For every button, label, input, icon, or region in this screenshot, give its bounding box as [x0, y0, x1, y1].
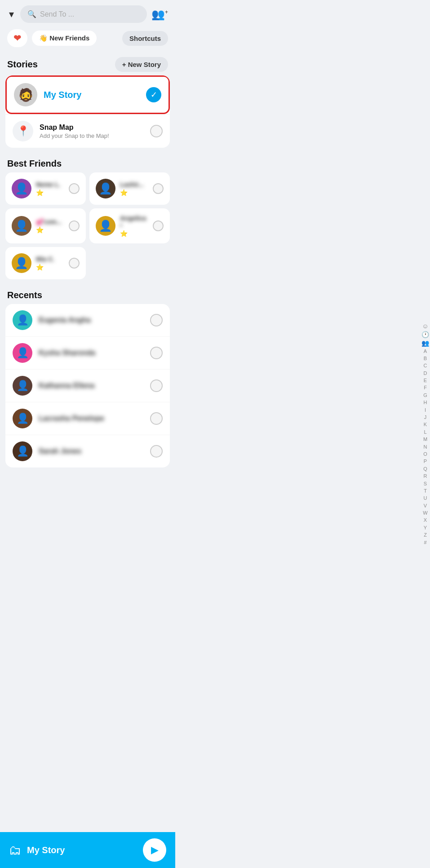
recent-name-4: Lacrasha Penelope: [39, 414, 150, 423]
friend-card-1[interactable]: 👤 Neme L. ⭐: [5, 172, 86, 205]
friend-name-5: Mia C.: [36, 256, 64, 263]
heart-pill-button[interactable]: ❤: [7, 29, 27, 47]
pills-row: ❤ 👋 New Friends Shortcuts: [0, 26, 175, 52]
friend-radio-5[interactable]: [69, 258, 80, 269]
snap-map-text: Snap Map Add your Snap to the Map!: [40, 123, 150, 139]
recent-radio-3[interactable]: [150, 379, 163, 392]
friend-info-4: Angelica • ⭐: [120, 215, 148, 237]
friend-radio-4[interactable]: [153, 220, 164, 231]
friend-emoji-1: ⭐: [36, 189, 64, 196]
recent-name-1: Eugenia Angha: [39, 316, 150, 324]
best-friends-grid: 👤 Neme L. ⭐ 👤 Lashir... ⭐ 👤 💕com... ⭐ 👤 …: [0, 172, 175, 279]
stories-card: 🧔 My Story ✓ 📍 Snap Map Add your Snap to…: [5, 75, 170, 148]
friend-card-5[interactable]: 👤 Mia C. ⭐: [5, 247, 86, 279]
snap-map-subtitle: Add your Snap to the Map!: [40, 132, 150, 139]
friend-card-2[interactable]: 👤 Lashir... ⭐: [89, 172, 170, 205]
recent-name-2: Kysha Sharonda: [39, 349, 150, 357]
snap-map-row[interactable]: 📍 Snap Map Add your Snap to the Map!: [5, 114, 170, 148]
my-story-avatar: 🧔: [14, 83, 37, 106]
friend-avatar-4: 👤: [96, 216, 115, 236]
stories-section-header: Stories + New Story: [0, 52, 175, 75]
recent-row-2[interactable]: 👤 Kysha Sharonda: [5, 337, 170, 370]
recents-section-header: Recents: [0, 285, 175, 304]
friend-name-4: Angelica •: [120, 215, 148, 229]
best-friends-section-header: Best Friends: [0, 153, 175, 172]
friend-card-4[interactable]: 👤 Angelica • ⭐: [89, 208, 170, 243]
recent-avatar-5: 👤: [13, 441, 32, 461]
best-friends-title: Best Friends: [7, 159, 62, 169]
shortcuts-label: Shortcuts: [129, 35, 161, 42]
recents-title: Recents: [7, 290, 42, 300]
search-icon: 🔍: [27, 10, 36, 18]
friend-avatar-2: 👤: [96, 179, 115, 198]
friend-emoji-4: ⭐: [120, 230, 148, 237]
snap-map-title: Snap Map: [40, 123, 150, 132]
recent-avatar-3: 👤: [13, 376, 32, 396]
friend-info-3: 💕com... ⭐: [36, 218, 64, 234]
recent-row-1[interactable]: 👤 Eugenia Angha: [5, 304, 170, 337]
recent-avatar-1: 👤: [13, 310, 32, 330]
snap-map-icon: 📍: [13, 121, 33, 141]
friend-avatar-3: 👤: [12, 216, 31, 236]
friend-card-3[interactable]: 👤 💕com... ⭐: [5, 208, 86, 243]
friend-name-1: Neme L.: [36, 181, 64, 188]
friend-avatar-1: 👤: [12, 179, 31, 198]
friend-name-2: Lashir...: [120, 181, 148, 188]
search-bar[interactable]: 🔍 Send To ...: [20, 5, 147, 23]
my-story-check: ✓: [146, 87, 161, 102]
heart-icon: ❤: [13, 33, 21, 44]
friend-name-3: 💕com...: [36, 218, 64, 225]
friend-radio-3[interactable]: [69, 220, 80, 231]
my-story-row[interactable]: 🧔 My Story ✓: [5, 75, 170, 114]
recents-card: 👤 Eugenia Angha 👤 Kysha Sharonda 👤 Katha…: [5, 304, 170, 467]
search-placeholder: Send To ...: [40, 10, 74, 18]
recent-row-3[interactable]: 👤 Kathanna Ellena: [5, 370, 170, 402]
friend-info-2: Lashir... ⭐: [120, 181, 148, 196]
recent-name-5: Sarah Jones: [39, 447, 150, 455]
add-friends-icon: 👥+: [151, 8, 168, 20]
recent-row-4[interactable]: 👤 Lacrasha Penelope: [5, 402, 170, 435]
friend-emoji-3: ⭐: [36, 226, 64, 234]
recent-avatar-2: 👤: [13, 343, 32, 363]
friend-avatar-5: 👤: [12, 253, 31, 273]
add-friends-button[interactable]: 👥+: [151, 8, 168, 21]
recent-name-3: Kathanna Ellena: [39, 382, 150, 390]
my-story-name: My Story: [44, 90, 146, 100]
friend-emoji-2: ⭐: [120, 189, 148, 196]
new-friends-pill-button[interactable]: 👋 New Friends: [32, 31, 97, 46]
recent-row-5[interactable]: 👤 Sarah Jones: [5, 435, 170, 467]
recent-avatar-4: 👤: [13, 409, 32, 428]
new-story-button[interactable]: + New Story: [115, 57, 168, 72]
friend-radio-2[interactable]: [153, 183, 164, 194]
recent-radio-1[interactable]: [150, 314, 163, 326]
shortcuts-pill-button[interactable]: Shortcuts: [122, 31, 168, 46]
recent-radio-4[interactable]: [150, 412, 163, 425]
friend-info-1: Neme L. ⭐: [36, 181, 64, 196]
recent-radio-2[interactable]: [150, 347, 163, 359]
snap-map-radio[interactable]: [150, 125, 163, 137]
friend-radio-1[interactable]: [69, 183, 80, 194]
new-friends-label: 👋 New Friends: [39, 34, 89, 42]
chevron-button[interactable]: ▾: [7, 7, 16, 22]
header: ▾ 🔍 Send To ... 👥+: [0, 0, 175, 26]
recent-radio-5[interactable]: [150, 445, 163, 458]
friend-info-5: Mia C. ⭐: [36, 256, 64, 271]
friend-emoji-5: ⭐: [36, 264, 64, 271]
stories-title: Stories: [7, 59, 38, 70]
